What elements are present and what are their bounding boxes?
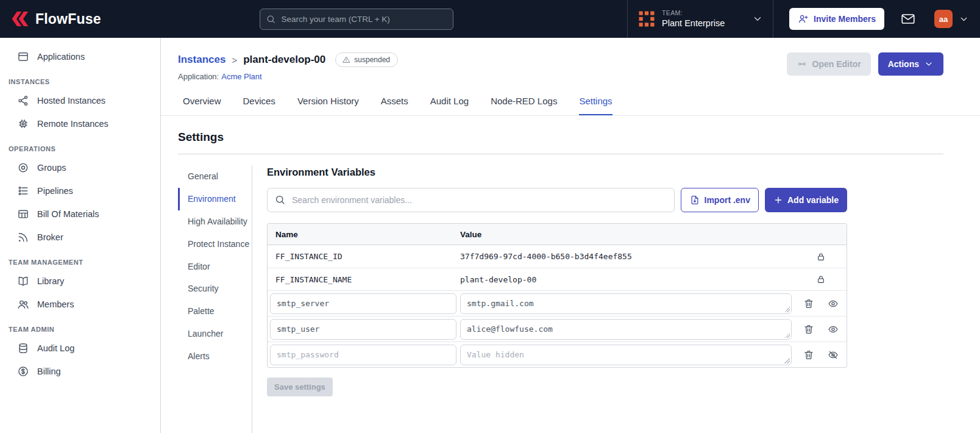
instance-name: plant-develop-00 [243,54,325,66]
sidebar-item-hosted-instances[interactable]: Hosted Instances [0,89,160,112]
lock-icon [816,252,826,262]
flowfuse-logo[interactable]: FlowFuse [10,10,101,28]
tab-settings[interactable]: Settings [579,96,612,115]
sidebar-item-groups[interactable]: Groups [0,156,160,179]
add-variable-button[interactable]: Add variable [765,188,847,212]
settings-nav-environment[interactable]: Environment [178,188,252,210]
editor-icon [797,59,808,70]
eye-off-icon [828,349,839,360]
eye-icon [828,324,839,335]
invite-members-label: Invite Members [814,14,876,24]
env-search-input[interactable] [267,188,675,212]
tab-version-history[interactable]: Version History [297,96,359,115]
application-link[interactable]: Acme Plant [221,72,261,81]
env-var-value: plant-develop-00 [460,275,795,284]
open-editor-button[interactable]: Open Editor [787,52,871,76]
env-var-name: FF_INSTANCE_ID [268,252,460,261]
sidebar-item-remote-instances[interactable]: Remote Instances [0,112,160,135]
settings-nav-general[interactable]: General [178,165,252,188]
groups-icon [17,162,29,174]
applications-icon [17,51,29,63]
broker-icon [17,231,29,243]
sidebar-section-team-admin: TEAM ADMIN [0,316,160,337]
eye-icon [828,298,839,309]
locked-indicator [816,252,826,262]
sidebar-item-members[interactable]: Members [0,293,160,316]
env-name-input[interactable] [270,293,456,314]
mail-icon [900,11,916,27]
team-search-input[interactable] [260,9,453,30]
toggle-visibility-button[interactable] [828,324,839,335]
chevron-down-icon [959,14,969,24]
billing-icon [17,365,29,378]
sidebar-item-audit-log[interactable]: Audit Log [0,337,160,360]
sidebar-item-library[interactable]: Library [0,270,160,293]
save-settings-button[interactable]: Save settings [267,378,333,396]
sidebar-item-pipelines[interactable]: Pipelines [0,179,160,202]
members-icon [17,298,29,310]
sidebar-item-applications[interactable]: Applications [0,45,160,68]
settings-nav-protect-instance[interactable]: Protect Instance [178,233,252,256]
import-env-button[interactable]: Import .env [681,188,759,212]
sidebar-item-bill-of-materials[interactable]: Bill Of Materials [0,202,160,226]
main-content: Instances > plant-develop-00 suspended A… [161,38,980,433]
delete-variable-button[interactable] [803,298,814,309]
delete-variable-button[interactable] [803,349,814,360]
table-header: Name Value [268,224,847,245]
settings-nav-high-availability[interactable]: High Availability [178,210,252,233]
document-download-icon [689,195,700,206]
hosted-instances-icon [17,95,29,107]
env-name-input[interactable] [270,319,456,340]
warning-icon [342,55,350,64]
toggle-visibility-button[interactable] [828,349,839,360]
trash-icon [803,349,814,360]
settings-nav-security[interactable]: Security [178,277,252,300]
user-menu[interactable]: aa [934,10,969,28]
team-search [260,9,453,30]
environment-panel: Environment Variables Import .env [252,165,943,433]
sidebar-item-label: Hosted Instances [37,96,105,106]
settings-nav-palette[interactable]: Palette [178,300,252,323]
breadcrumb-instances-link[interactable]: Instances [178,54,225,66]
env-value-input[interactable] [460,293,792,314]
env-value-input[interactable] [460,319,792,340]
team-name: Plant Enterprise [662,18,725,29]
lock-icon [816,274,826,284]
avatar: aa [934,10,953,28]
settings-nav-launcher[interactable]: Launcher [178,323,252,345]
chevron-down-icon [752,13,763,24]
tab-overview[interactable]: Overview [183,96,221,115]
env-value-input[interactable] [460,345,792,365]
remote-instances-icon [17,118,29,130]
sidebar-item-label: Broker [37,232,63,242]
table-row: FF_INSTANCE_NAME plant-develop-00 [268,268,847,290]
sidebar-item-broker[interactable]: Broker [0,226,160,249]
env-name-input[interactable] [270,345,456,365]
sidebar-item-label: Bill Of Materials [37,209,99,219]
sidebar-item-billing[interactable]: Billing [0,360,160,383]
audit-log-icon [17,342,29,354]
tab-node-red-logs[interactable]: Node-RED Logs [491,96,557,115]
top-navbar: FlowFuse TEAM: Plant Enterprise [0,0,980,38]
sidebar-item-label: Applications [37,52,85,62]
tab-audit-log[interactable]: Audit Log [430,96,469,115]
team-selector[interactable]: TEAM: Plant Enterprise [627,0,773,38]
search-icon [266,14,276,24]
tab-devices[interactable]: Devices [243,96,275,115]
env-toolbar: Import .env Add variable [267,188,847,212]
delete-variable-button[interactable] [803,324,814,335]
flowfuse-logo-icon [10,10,30,28]
env-var-value: 37f7d969-97cd-4000-b650-b3d4f4eef855 [460,252,795,261]
invite-members-button[interactable]: Invite Members [789,8,884,30]
search-icon [274,194,286,206]
settings-nav-editor[interactable]: Editor [178,256,252,278]
tab-assets[interactable]: Assets [381,96,408,115]
toggle-visibility-button[interactable] [828,298,839,309]
actions-button[interactable]: Actions [878,52,943,76]
column-header-value: Value [460,230,795,239]
settings-nav-alerts[interactable]: Alerts [178,345,252,368]
actions-label: Actions [888,59,919,69]
notifications-button[interactable] [900,11,916,27]
library-icon [17,275,29,287]
app-root: FlowFuse TEAM: Plant Enterprise [0,0,980,433]
